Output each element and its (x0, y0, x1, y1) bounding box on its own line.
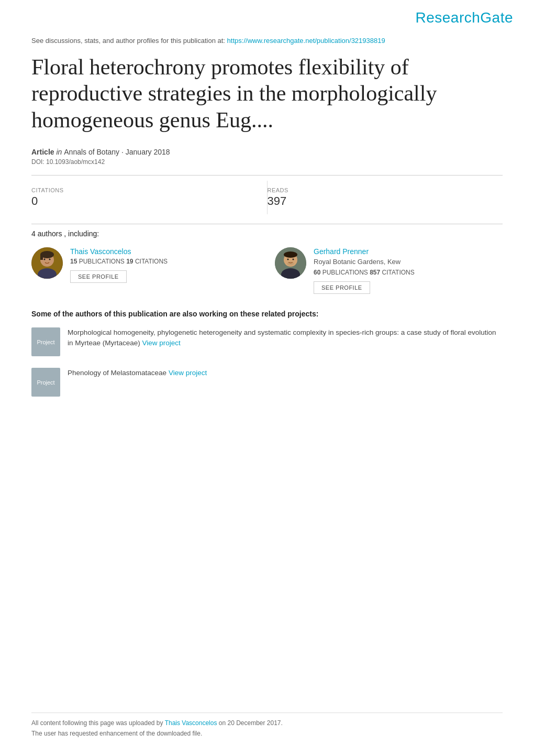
authors-suffix: , including: (64, 229, 99, 238)
svg-point-13 (287, 261, 294, 266)
article-meta: Article in Annals of Botany · January 20… (31, 148, 503, 156)
citations-block: CITATIONS 0 (31, 181, 268, 214)
reads-value: 397 (268, 194, 503, 208)
svg-point-6 (49, 259, 51, 260)
author-pubs-1: 15 (70, 258, 77, 265)
footer-upload-date: on 20 December 2017. (217, 719, 282, 727)
doi-text: DOI: 10.1093/aob/mcx142 (31, 158, 503, 166)
footer-upload-prefix: All content following this page was uplo… (31, 719, 165, 727)
related-projects-text: Some of the authors of this publication … (31, 310, 318, 318)
publication-link[interactable]: https://www.researchgate.net/publication… (227, 37, 385, 45)
divider-1 (31, 175, 503, 176)
author-cites-1: 19 (126, 258, 133, 265)
author-name-1[interactable]: Thais Vasconcelos (70, 247, 259, 256)
author-avatar-2 (275, 247, 306, 279)
svg-rect-4 (40, 255, 43, 260)
project-badge-1: Project (31, 327, 60, 356)
author-card-1: Thais Vasconcelos 15 PUBLICATIONS 19 CIT… (31, 247, 259, 294)
see-profile-button-1[interactable]: SEE PROFILE (70, 270, 127, 283)
view-project-link-2[interactable]: View project (169, 369, 207, 377)
avatar-1-svg (31, 247, 63, 279)
author-name-2[interactable]: Gerhard Prenner (314, 247, 503, 256)
project-item-1: Project Morphological homogeneity, phylo… (31, 327, 503, 356)
footer-uploader-link[interactable]: Thais Vasconcelos (165, 719, 217, 727)
see-discussions-bar: See discussions, stats, and author profi… (31, 37, 503, 45)
author-card-2: Gerhard Prenner Royal Botanic Gardens, K… (275, 247, 503, 294)
project-description-2: Phenology of Melastomataceae (68, 369, 169, 377)
stats-row: CITATIONS 0 READS 397 (31, 181, 503, 214)
project-text-1: Morphological homogeneity, phylogenetic … (68, 327, 503, 349)
citations-value: 0 (31, 194, 267, 208)
footer-request-text: The user has requested enhancement of th… (31, 730, 503, 737)
author-info-2: Gerhard Prenner Royal Botanic Gardens, K… (314, 247, 503, 294)
authors-label: authors (38, 229, 62, 238)
see-profile-button-2[interactable]: SEE PROFILE (314, 281, 370, 294)
project-badge-label-1: Project (37, 339, 54, 345)
article-journal: Annals of Botany · January 2018 (64, 148, 170, 156)
project-badge-label-2: Project (37, 379, 54, 386)
in-word: in (56, 148, 64, 156)
author-avatar-1 (31, 247, 63, 279)
reads-block: READS 397 (268, 181, 503, 214)
project-item-2: Project Phenology of Melastomataceae Vie… (31, 368, 503, 397)
author-pubs-2: 60 (314, 269, 320, 276)
article-title: Floral heterochrony promotes flexibility… (31, 54, 503, 133)
reads-label: READS (268, 187, 503, 193)
article-type: Article (31, 148, 54, 156)
authors-heading: 4 authors , including: (31, 229, 503, 238)
divider-2 (31, 224, 503, 224)
authors-grid: Thais Vasconcelos 15 PUBLICATIONS 19 CIT… (31, 247, 503, 294)
researchgate-logo: ResearchGate (21, 9, 513, 26)
author-info-1: Thais Vasconcelos 15 PUBLICATIONS 19 CIT… (70, 247, 259, 283)
see-discussions-text: See discussions, stats, and author profi… (31, 37, 225, 45)
author-affiliation-2: Royal Botanic Gardens, Kew (314, 258, 503, 266)
svg-point-5 (44, 259, 46, 260)
svg-point-11 (287, 259, 289, 260)
main-content: See discussions, stats, and author profi… (0, 31, 534, 429)
project-description-1: Morphological homogeneity, phylogenetic … (68, 328, 496, 347)
view-project-link-1[interactable]: View project (142, 339, 181, 347)
svg-point-10 (284, 251, 297, 258)
author-stats-1: 15 PUBLICATIONS 19 CITATIONS (70, 258, 259, 265)
svg-point-12 (293, 259, 294, 260)
citations-label: CITATIONS (31, 187, 267, 193)
project-badge-2: Project (31, 368, 60, 397)
author-stats-2: 60 PUBLICATIONS 857 CITATIONS (314, 269, 503, 276)
authors-count: 4 (31, 229, 36, 238)
footer: All content following this page was uplo… (31, 713, 503, 740)
avatar-2-svg (275, 247, 306, 279)
logo-text: ResearchGate (415, 9, 513, 26)
footer-upload-text: All content following this page was uplo… (31, 719, 503, 727)
author-cites-2: 857 (370, 269, 380, 276)
project-text-2: Phenology of Melastomataceae View projec… (68, 368, 503, 378)
header: ResearchGate (0, 0, 534, 31)
related-projects-heading: Some of the authors of this publication … (31, 310, 503, 318)
